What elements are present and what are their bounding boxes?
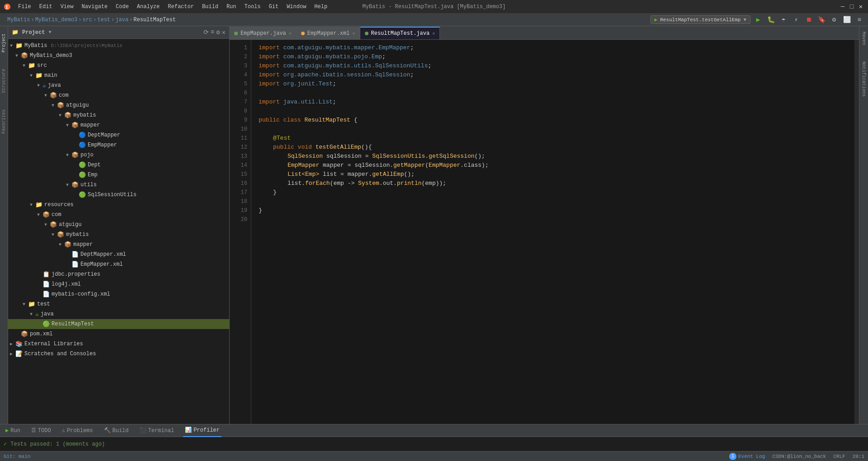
event-log[interactable]: 1 Event Log (729, 453, 765, 460)
tree-label-emp: Emp (88, 172, 98, 178)
menu-tools[interactable]: Tools (241, 3, 264, 11)
tree-item-deptmapper[interactable]: ▶ 🔵 DeptMapper (8, 130, 229, 140)
left-tab-structure[interactable]: Structure (0, 65, 7, 97)
bottom-tab-todo[interactable]: ☰ TODO (29, 424, 53, 437)
class-resultmaptest-icon: 🟢 (42, 320, 50, 328)
menu-run[interactable]: Run (223, 3, 240, 11)
tree-item-java[interactable]: ▼ ☕ java (8, 80, 229, 90)
tree-item-test[interactable]: ▼ 📁 test (8, 299, 229, 309)
stop-button[interactable]: ⏹ (804, 15, 814, 25)
tree-item-empmapper-xml[interactable]: ▶ 📄 EmpMapper.xml (8, 259, 229, 269)
run-button[interactable]: ▶ (753, 15, 763, 25)
breadcrumb-java[interactable]: java (115, 17, 128, 23)
code-line-12: public void testGetAllEmp(){ (259, 143, 847, 152)
tree-item-deptmapper-xml[interactable]: ▶ 📄 DeptMapper.xml (8, 249, 229, 259)
menu-refactor[interactable]: Refactor (164, 3, 198, 11)
tree-item-mapper[interactable]: ▼ 📦 mapper (8, 120, 229, 130)
run-config-dropdown[interactable]: ▶ ResultMapTest.testGetAllEmp ▼ (651, 15, 750, 24)
tree-item-demo3[interactable]: ▼ 📦 MyBatis_demo3 (8, 51, 229, 61)
coverage-button[interactable]: ☂ (778, 15, 788, 25)
right-tab-notifications[interactable]: Notifications (860, 58, 867, 100)
breadcrumb-test[interactable]: test (97, 17, 110, 23)
menu-help[interactable]: Help (311, 3, 331, 11)
tree-item-emp[interactable]: ▶ 🟢 Emp (8, 170, 229, 180)
run-config-icon: ▶ (655, 17, 658, 23)
left-tab-favorites[interactable]: Favorites (0, 106, 7, 137)
sync-icon[interactable]: ⟳ (203, 28, 209, 36)
tab-close-empmapper-java[interactable]: ✕ (289, 31, 292, 36)
bottom-tab-profiler[interactable]: 📊 Profiler (183, 424, 222, 437)
menu-window[interactable]: Window (283, 3, 310, 11)
menu-code[interactable]: Code (112, 3, 132, 11)
tree-item-scratches[interactable]: ▶ 📝 Scratches and Consoles (8, 349, 229, 359)
tree-item-atguigu[interactable]: ▼ 📦 atguigu (8, 100, 229, 110)
breadcrumb-file[interactable]: ResultMapTest (133, 17, 176, 23)
tree-item-com[interactable]: ▼ 📦 com (8, 90, 229, 100)
settings-icon[interactable]: ⚙ (829, 15, 839, 25)
menu-file[interactable]: File (14, 3, 35, 11)
tree-item-com-res[interactable]: ▼ 📦 com (8, 210, 229, 220)
tree-item-src[interactable]: ▼ 📁 src (8, 61, 229, 71)
tab-close-resultmaptest[interactable]: ✕ (432, 31, 435, 36)
crlf-label[interactable]: CRLF (833, 454, 845, 459)
tab-close-empmapper-xml[interactable]: ✕ (352, 31, 355, 36)
editor-scrollbar[interactable] (854, 40, 859, 424)
tree-item-mybatis[interactable]: ▼ 📁 MyBatis D:\IDEA\projects\MyBatis (8, 41, 229, 51)
tree-item-mybatis-res[interactable]: ▼ 📦 mybatis (8, 230, 229, 240)
profile-button[interactable]: ⚡ (791, 15, 801, 25)
breadcrumb-src[interactable]: src (82, 17, 92, 23)
menu-build[interactable]: Build (198, 3, 222, 11)
tab-resultmaptest[interactable]: ResultMapTest.java ✕ (360, 27, 440, 39)
window-controls: ─ □ ✕ (839, 3, 864, 10)
bottom-tab-terminal[interactable]: ⬛ Terminal (138, 424, 176, 437)
scratches-icon: 📝 (15, 350, 23, 358)
project-settings-icon[interactable]: ⚙ (216, 28, 220, 36)
bottom-tab-problems[interactable]: ⚠ Problems (60, 424, 95, 437)
project-panel-dropdown[interactable]: ▼ (48, 30, 51, 35)
tree-item-main[interactable]: ▼ 📁 main (8, 71, 229, 80)
left-tab-project[interactable]: Project (0, 30, 7, 56)
bookmark-button[interactable]: 🔖 (816, 15, 826, 25)
right-tab-maven[interactable]: Maven (860, 28, 867, 49)
tree-item-pojo[interactable]: ▼ 📦 pojo (8, 150, 229, 160)
tree-item-mybatis-config[interactable]: ▶ 📄 mybatis-config.xml (8, 289, 229, 299)
tree-item-java-test[interactable]: ▼ ☕ java (8, 309, 229, 319)
expand-button[interactable]: ⬜ (842, 15, 852, 25)
close-button[interactable]: ✕ (857, 3, 864, 10)
tree-item-mapper-res[interactable]: ▼ 📦 mapper (8, 240, 229, 249)
tab-empmapper-xml[interactable]: EmpMapper.xml ✕ (297, 27, 360, 39)
tree-item-log4j[interactable]: ▶ 📄 log4j.xml (8, 279, 229, 289)
menu-git[interactable]: Git (265, 3, 283, 11)
menu-navigate[interactable]: Navigate (78, 3, 111, 11)
menu-edit[interactable]: Edit (36, 3, 56, 11)
tree-item-external-libs[interactable]: ▶ 📚 External Libraries (8, 339, 229, 349)
bottom-tab-build[interactable]: 🔨 Build (102, 424, 131, 437)
tree-item-sqlsessionutils[interactable]: ▶ 🟢 SqlSessionUtils (8, 190, 229, 200)
tree-item-pom[interactable]: ▶ 📦 pom.xml (8, 329, 229, 339)
project-close-icon[interactable]: ✕ (222, 28, 226, 36)
code-line-6 (259, 89, 847, 98)
tree-item-empmapper[interactable]: ▶ 🔵 EmpMapper (8, 140, 229, 150)
bottom-tab-run[interactable]: ▶ Run (4, 424, 22, 437)
menu-analyze[interactable]: Analyze (133, 3, 163, 11)
tree-item-mybatis-pkg[interactable]: ▼ 📦 mybatis (8, 110, 229, 120)
maximize-button[interactable]: □ (848, 3, 855, 10)
collapse-all-icon[interactable]: ≡ (211, 28, 214, 36)
tree-item-dept[interactable]: ▶ 🟢 Dept (8, 160, 229, 170)
git-status[interactable]: Git: main (4, 454, 30, 459)
tree-item-atguigu-res[interactable]: ▼ 📦 atguigu (8, 220, 229, 230)
breadcrumb-demo3[interactable]: MyBatis_demo3 (35, 17, 78, 23)
tab-empmapper-java[interactable]: EmpMapper.java ✕ (230, 27, 297, 39)
tree-arrow-com: ▼ (44, 93, 49, 98)
tree-label-main: main (44, 72, 57, 79)
tree-item-utils[interactable]: ▼ 📦 utils (8, 180, 229, 190)
debug-button[interactable]: 🐛 (766, 15, 776, 25)
menu-view[interactable]: View (57, 3, 77, 11)
tree-item-resultmaptest[interactable]: ▶ 🟢 ResultMapTest (8, 319, 229, 329)
breadcrumb-mybatis[interactable]: MyBatis (7, 17, 30, 23)
code-content[interactable]: import com.atguigu.mybatis.mapper.EmpMap… (251, 40, 854, 424)
more-button[interactable]: ≡ (854, 15, 864, 25)
minimize-button[interactable]: ─ (839, 3, 846, 10)
tree-item-jdbc-props[interactable]: ▶ 📋 jdbc.properties (8, 269, 229, 279)
tree-item-resources[interactable]: ▼ 📁 resources (8, 200, 229, 210)
